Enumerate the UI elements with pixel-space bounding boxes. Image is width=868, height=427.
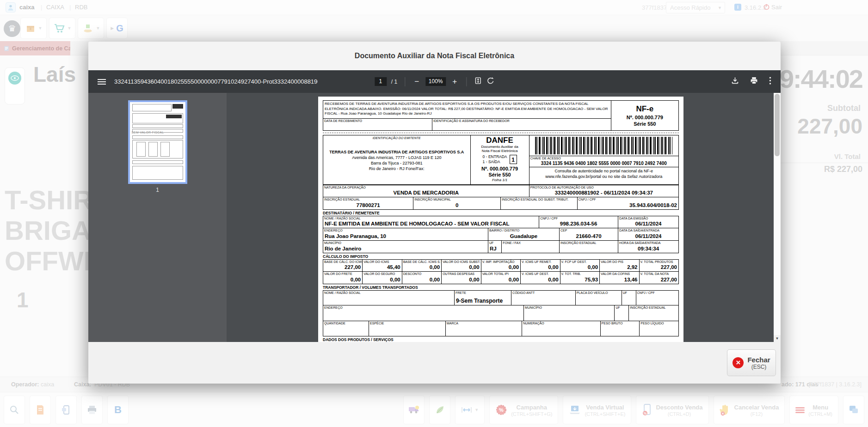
scrollbar-thumb[interactable] (775, 94, 780, 156)
field-transp-uf2: UF (615, 305, 629, 321)
danfe-box: DANFE Documento Auxiliar da Nota Fiscal … (471, 135, 529, 185)
field-inscricao-municipal: INSCRIÇÃO MUNICIPAL 0 (413, 197, 501, 210)
field-icms-uf-dest: V. ICMS UF DEST.0,00 (521, 272, 560, 284)
close-x-icon: × (733, 357, 744, 368)
zoom-out-button[interactable]: − (412, 77, 421, 86)
pdf-scrollbar[interactable]: ▼ (774, 93, 781, 342)
field-valor-seguro: VALOR DO SEGURO0,00 (363, 272, 402, 284)
pdf-page-area: RECEBEMOS DE TERRAS DE AVENTURA INDUSTRI… (227, 93, 781, 342)
field-placa-veiculo: PLACA DO VEÍCULO (576, 290, 622, 305)
field-desconto: DESCONTO0,00 (402, 272, 442, 284)
field-dest-fone: FONE / FAX (502, 241, 560, 253)
field-especie: ESPÉCIE (369, 321, 446, 336)
field-transp-municipio: MUNICÍPIO (524, 305, 615, 321)
field-outras-despesas: OUTRAS DESPESAS0,00 (442, 272, 481, 284)
field-marca: MARCA (446, 321, 523, 336)
sidebar-toggle-icon[interactable] (98, 78, 106, 86)
field-valor-cofins: VALOR DA COFINS13,46 (600, 272, 639, 284)
zoom-level[interactable]: 100% (425, 77, 446, 86)
field-peso-bruto: PESO BRUTO (601, 321, 640, 336)
field-valor-frete: VALOR DO FRETE0,00 (323, 272, 363, 284)
field-valor-icms-subst: VALOR DO ICMS SUBST.0,00 (442, 259, 481, 272)
field-inscricao-estadual: INSCRIÇÃO ESTADUAL 77800271 (323, 197, 413, 210)
field-data-recebimento: DATA DE RECEBIMENTO (323, 119, 432, 131)
field-base-icms: BASE DE CÁLC. DO ICMS227,00 (323, 259, 363, 272)
field-fcp-uf-dest: V. FCP UF DEST.0,00 (560, 259, 600, 272)
pdf-viewer-body: SEM VALOR FISCAL 1 RECEBEMOS DE TERRAS D… (88, 93, 781, 342)
field-imp-importacao: V. IMP. IMPORTAÇÃO0,00 (481, 259, 521, 272)
field-dest-inscricao: INSCRIÇÃO ESTADUAL (560, 241, 618, 253)
produtos-header: DADOS DOS PRODUTOS / SERVIÇOS (323, 337, 679, 342)
pdf-filename: 3324113594360400180255550000000779102492… (114, 78, 318, 85)
field-valor-icms: VALOR DO ICMS45,40 (363, 259, 402, 272)
field-transp-uf: UF (622, 290, 636, 305)
danfe-modal: Documento Auxiliar da Nota Fiscal Eletrô… (88, 42, 781, 384)
field-data-emissao: DATA DA EMISSÃO 06/11/2024 (618, 216, 679, 228)
zoom-in-button[interactable]: + (450, 77, 459, 86)
field-transp-endereco: ENDEREÇO (323, 305, 524, 321)
field-inscricao-subst: INSCRIÇÃO ESTADUAL DO SUBST. TRIBUT. (501, 197, 578, 210)
field-assinatura-recebedor: IDENTIFICAÇÃO E ASSINATURA DO RECEBEDOR (432, 119, 611, 131)
modal-title: Documento Auxiliar da Nota Fiscal Eletrô… (88, 42, 781, 70)
rotate-icon[interactable] (486, 77, 494, 86)
thumbnail-page-number: 1 (156, 187, 159, 193)
field-dest-nome: NOME / RAZÃO SOCIAL NF-E EMITIDA EM AMBI… (323, 216, 539, 228)
field-dest-cep: CEP 21660-470 (560, 228, 618, 241)
field-dest-bairro: BAIRRO / DISTRITO Guadalupe (488, 228, 560, 241)
page-thumbnail[interactable]: SEM VALOR FISCAL (130, 102, 185, 182)
field-total-ipi: VALOR TOTAL IPI0,00 (481, 272, 521, 284)
field-frete: FRETE9-Sem Transporte (455, 290, 511, 305)
page-number-input[interactable]: 1 (375, 77, 387, 86)
field-cnpj-emitente: CNPJ / CPF 35.943.604/0018-02 (578, 197, 679, 210)
more-options-icon[interactable] (769, 77, 771, 86)
nfe-number-box: NF-e Nº. 000.000.779 Série 550 (611, 100, 679, 131)
fechar-button[interactable]: × Fechar (ESC) (727, 349, 776, 376)
transportador-header: TRANSPORTADOR / VOLUMES TRANSPORTADOS (323, 285, 679, 290)
field-total-trib: V. TOT. TRIB.75,93 (560, 272, 600, 284)
barcode (535, 137, 672, 154)
field-peso-liquido: PESO LÍQUIDO (640, 321, 679, 336)
page-fit-icon[interactable] (474, 77, 482, 86)
field-dest-cnpj: CNPJ / CPF 998.236.034-56 (539, 216, 618, 228)
field-icms-uf-remet: V. ICMS UF REMET.0,00 (521, 259, 560, 272)
field-numeracao: NUMERAÇÃO (522, 321, 600, 336)
download-icon[interactable] (731, 77, 739, 86)
cut-line (323, 133, 679, 133)
field-quantidade: QUANTIDADE (323, 321, 369, 336)
page-count: / 1 (391, 79, 397, 85)
imposto-header: CÁLCULO DO IMPOSTO (323, 254, 679, 259)
field-base-icms-st: BASE DE CÁLC. ICMS S.T.0,00 (402, 259, 442, 272)
thumbnail-watermark: SEM VALOR FISCAL (132, 131, 164, 134)
recibo-text: RECEBEMOS DE TERRAS DE AVENTURA INDUSTRI… (323, 100, 611, 119)
field-data-saida: DATA DA SAÍDA/ENTRADA 06/11/2024 (618, 228, 679, 241)
pdf-thumbnail-sidebar: SEM VALOR FISCAL 1 (88, 93, 227, 342)
field-dest-endereco: ENDEREÇO Rua Joao Paranagua, 10 (323, 228, 488, 241)
modal-footer: × Fechar (ESC) (88, 342, 781, 384)
field-transp-cnpj: CNPJ / CPF (636, 290, 679, 305)
field-total-nota: V. TOTAL DA NOTA227,00 (640, 272, 679, 284)
tipo-operacao-box: 1 (510, 155, 517, 164)
emitente-box: IDENTIFICAÇÃO DO EMITENTE TERRAS DE AVEN… (323, 135, 471, 185)
scrollbar-down-arrow[interactable]: ▼ (774, 335, 781, 342)
field-transp-nome: NOME / RAZÃO SOCIAL (323, 290, 455, 305)
chave-acesso-box: CHAVE DE ACESSO 3324 1135 9436 0400 1802… (529, 135, 679, 185)
print-icon[interactable] (750, 77, 758, 86)
field-dest-municipio: MUNICÍPIO Rio de Janeiro (323, 241, 488, 253)
field-valor-pis: VALOR DO PIS2,92 (600, 259, 639, 272)
field-total-produtos: V. TOTAL PRODUTOS227,00 (640, 259, 679, 272)
field-hora-saida: HORA DA SAÍDA/ENTRADA 09:34:34 (618, 241, 679, 253)
destinatario-header: DESTINATÁRIO / REMETENTE (323, 211, 679, 215)
danfe-page: RECEBEMOS DE TERRAS DE AVENTURA INDUSTRI… (318, 97, 683, 342)
field-transp-inscricao: INSCRIÇÃO ESTADUAL (629, 305, 679, 321)
field-codigo-antt: CÓDIGO ANTT (511, 290, 576, 305)
field-natureza-operacao: NATUREZA DA OPERAÇÃO VENDA DE MERCADORIA (323, 185, 529, 197)
field-dest-uf: UF RJ (488, 241, 502, 253)
field-protocolo-autorizacao: PROTOCOLO DE AUTORIZAÇÃO DE USO 33324000… (529, 185, 679, 197)
pdf-toolbar: 3324113594360400180255550000000779102492… (88, 70, 781, 93)
